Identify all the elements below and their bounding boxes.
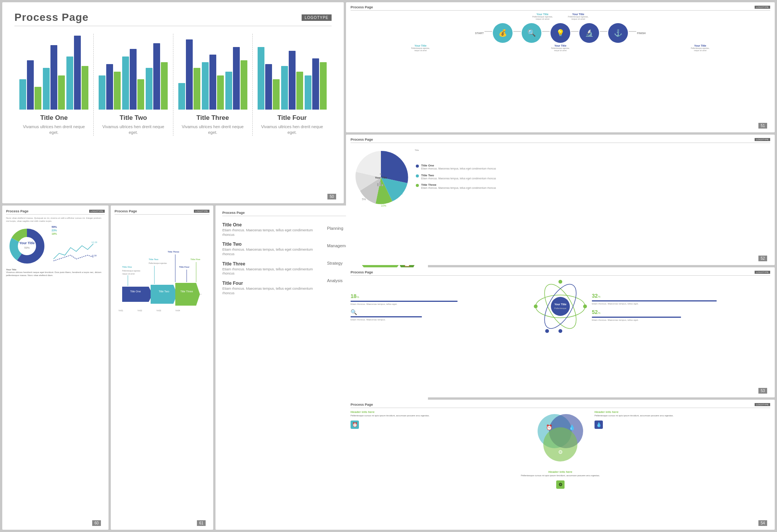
connector-2 <box>513 31 521 32</box>
circles-top-labels: Your Title Pellentesque egestas,neque si… <box>351 13 770 20</box>
legend-3: Title Three Etiam rhoncus. Maecenas temp… <box>416 183 770 190</box>
svg-rect-37 <box>377 183 379 186</box>
venn-bottom: Header info here Pellentesque cursus mi … <box>351 470 770 489</box>
circle-desc-1: Pellentesque egestas,neque sit amet <box>532 16 553 20</box>
svg-text:Title Three: Title Three <box>180 290 193 293</box>
svg-rect-39 <box>382 184 383 186</box>
line-chart-mini: 12.28 -9.39 <box>52 238 97 265</box>
svg-text:neque sit amet: neque sit amet <box>122 273 135 275</box>
venn-page-num: 54 <box>758 520 767 526</box>
donut-slide-title: Process Page <box>6 209 28 213</box>
circles-page-num: 51 <box>758 123 767 129</box>
stat-num-18: 18 <box>351 293 357 299</box>
atom-page-num: 53 <box>758 388 767 394</box>
svg-text:Your Title: Your Title <box>375 176 387 179</box>
bar <box>35 87 41 110</box>
venn-icon-clock: ⏰ <box>351 421 359 429</box>
bar <box>106 64 113 110</box>
bottom-title-3: Your Title <box>691 44 709 47</box>
process-item-4-desc: Etiam rhoncus. Maecenas tempus, tellus e… <box>222 287 321 295</box>
circle-title-1: Your Title <box>532 13 553 16</box>
legend-dot-3 <box>416 184 419 187</box>
circle-step-5: ⚓ <box>608 23 628 43</box>
bar <box>153 43 160 110</box>
venn-body-left: Pellentesque cursus mi quis ipsum tincid… <box>351 414 526 417</box>
process-item-4-title: Title Four <box>222 281 321 286</box>
donut-slide: Process Page LOGOTYPE Nunc vitae eleifen… <box>2 206 109 530</box>
svg-text:Your Title: Your Title <box>554 303 566 306</box>
svg-text:⏰: ⏰ <box>546 424 553 431</box>
legend-text-2: Title Two Etiam rhoncus. Maecenas tempus… <box>421 174 496 180</box>
stat-sup-18: % <box>357 295 359 299</box>
bar <box>305 75 311 110</box>
timeline-slide-title: Process Page <box>115 209 137 213</box>
circles-slide: Process Page LOGOTYPE Your Title Pellent… <box>346 2 775 132</box>
charts-row: Title One Vivamus ultrices hen drerit ne… <box>14 34 332 136</box>
atom-content: 18% Etiam rhoncus. Maecenas tempus, tell… <box>351 278 770 336</box>
bar-chart-2 <box>99 34 168 110</box>
bar <box>281 66 288 110</box>
bar <box>66 56 73 110</box>
svg-point-50 <box>558 329 562 333</box>
atom-slide: Process Page LOGOTYPE 18% Etiam rhoncus.… <box>346 267 775 397</box>
bar <box>178 83 185 110</box>
process-item-4: Title Four Etiam rhoncus. Maecenas tempu… <box>222 281 321 295</box>
stat-32: 32% Etiam rhoncus. Maecenas tempus, tell… <box>592 292 770 306</box>
circles-bottom-labels: Your Title Pellentesque egestas,neque si… <box>351 44 770 52</box>
start-label: START <box>475 32 484 35</box>
svg-text:12.28: 12.28 <box>91 241 97 243</box>
main-logotype: LOGOTYPE <box>302 14 332 21</box>
connector-4 <box>571 31 579 32</box>
circle-icon-5: ⚓ <box>608 23 628 43</box>
svg-marker-10 <box>151 285 177 304</box>
bar <box>186 39 193 110</box>
svg-point-46 <box>583 304 587 308</box>
stat-52: 52% Etiam rhoncus. Maecenas tempus, tell… <box>592 309 770 322</box>
bar <box>209 55 216 110</box>
stat-bar-18 <box>351 301 458 302</box>
svg-text:⚙: ⚙ <box>558 449 563 455</box>
svg-text:02: 02 <box>399 171 402 174</box>
venn-logotype: LOGOTYPE <box>755 403 770 406</box>
donut-labels: 59% 23% 18% 12.28 -9.39 <box>52 226 97 266</box>
timeline-svg: Title One Title Two Title Three Yr01 Yr0… <box>115 218 209 332</box>
pie-page-num: 52 <box>758 256 767 261</box>
svg-text:15%: 15% <box>397 192 403 195</box>
bottom-title-2: Your Title <box>551 44 569 47</box>
donut-container: Your Title 59% 59% 23% 18% 12.28 -9.39 <box>6 225 105 267</box>
process-item-3-desc: Etiam rhoncus. Maecenas tempus, tellus e… <box>222 267 321 276</box>
venn-slide-title: Process Page <box>351 403 373 406</box>
bar <box>225 72 232 110</box>
circle-icon-3: 💡 <box>551 23 570 43</box>
process-list: Title One Etiam rhoncus. Maecenas tempus… <box>222 222 321 300</box>
venn-slide: Process Page LOGOTYPE Header info here P… <box>346 400 775 530</box>
bar <box>296 72 303 110</box>
circle-icon-1: 💰 <box>493 23 513 43</box>
circles-logotype: LOGOTYPE <box>755 6 770 9</box>
pie-slide-header: Process Page LOGOTYPE <box>351 138 770 143</box>
process-slide-title: Process Page <box>222 211 245 215</box>
pie-logotype: LOGOTYPE <box>755 138 770 141</box>
pie-chart-container: 01 Your Title 02 15% 10% 5% Title <box>351 145 411 211</box>
bar <box>312 58 319 110</box>
atom-right-stats: 32% Etiam rhoncus. Maecenas tempus, tell… <box>592 292 770 322</box>
bar-chart-1 <box>19 34 88 110</box>
main-slide-title: Process Page <box>14 11 89 24</box>
process-item-2: Title Two Etiam rhoncus. Maecenas tempus… <box>222 242 321 256</box>
main-slide: Process Page LOGOTYPE <box>2 2 344 203</box>
stat-desc-search: Etiam rhoncus. Maecenas tempus. <box>351 319 529 322</box>
svg-text:59%: 59% <box>24 246 30 249</box>
stat-sup-32: % <box>598 295 601 298</box>
svg-text:Pellentesque: Pellentesque <box>554 307 566 309</box>
bar <box>289 51 296 110</box>
svg-point-53 <box>543 427 577 461</box>
svg-text:Title Two: Title Two <box>149 258 159 261</box>
timeline-slide-header: Process Page LOGOTYPE <box>115 209 209 215</box>
svg-text:Title Three: Title Three <box>168 251 179 253</box>
bottom-row: Process Page LOGOTYPE Nunc vitae eleifen… <box>2 206 344 530</box>
stat-sup-52: % <box>598 311 601 315</box>
process-item-1: Title One Etiam rhoncus. Maecenas tempus… <box>222 222 321 237</box>
chart-3-desc: Vivamus ultrices hen drerit neque eget. <box>178 124 248 136</box>
bar <box>27 60 34 110</box>
chart-1-title: Title One <box>40 114 68 122</box>
